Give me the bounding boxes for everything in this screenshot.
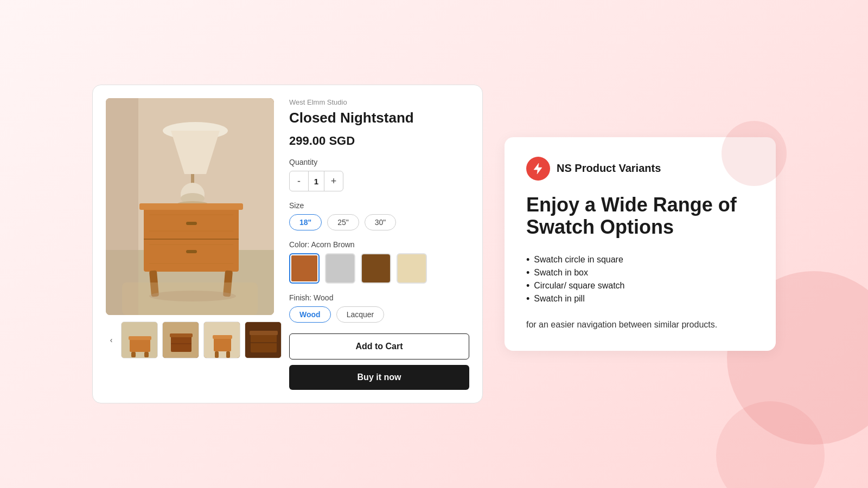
product-title: Closed Nightstand [289,110,469,126]
thumbnail-row: ‹ › [106,322,274,358]
svg-rect-26 [144,352,149,357]
panel-footer: for an easier navigation between similar… [526,318,754,331]
svg-rect-33 [213,335,232,339]
product-price: 299.00 SGD [289,134,469,148]
thumbnail-1[interactable] [121,322,158,358]
feature-item-4: Swatch in pill [526,292,754,305]
color-swatch-acorn-brown[interactable] [289,253,320,284]
quantity-decrease-button[interactable]: - [290,171,308,191]
color-swatch-dark-brown[interactable] [361,253,391,284]
svg-rect-35 [226,351,230,358]
feature-item-2: Swatch in box [526,266,754,279]
quantity-control: - 1 + [289,171,343,191]
panel-decoration [722,121,787,186]
thumbnail-list [121,322,282,358]
panel-brand-name: NS Product Variants [557,162,661,175]
feature-item-1: Swatch circle in square [526,253,754,266]
finish-option-wood[interactable]: Wood [289,306,331,323]
finish-options: Wood Lacquer [289,306,469,323]
size-option-18[interactable]: 18" [289,214,322,230]
svg-rect-34 [215,351,219,358]
feature-item-3: Circular/ square swatch [526,279,754,292]
size-option-30[interactable]: 30" [365,214,397,230]
svg-rect-29 [170,333,193,337]
svg-rect-32 [214,337,231,351]
svg-rect-11 [186,222,197,225]
finish-label: Finish: Wood [289,293,469,302]
color-swatch-cream[interactable] [397,253,427,284]
svg-rect-38 [250,331,278,335]
product-info: West Elmm Studio Closed Nightstand 299.0… [289,98,469,390]
product-main: ‹ › W [106,98,469,390]
color-section: Color: Acorn Brown [289,240,469,284]
thumbnail-3[interactable] [203,322,240,358]
quantity-value: 1 [308,171,324,191]
color-swatch-gray[interactable] [325,253,355,284]
buy-now-button[interactable]: Buy it now [289,365,469,390]
svg-rect-17 [139,203,243,210]
nightstand-illustration [106,98,274,315]
info-panel: NS Product Variants Enjoy a Wide Range o… [505,137,776,351]
main-product-image [106,98,274,315]
size-section: Size 18" 25" 30" [289,201,469,230]
svg-rect-25 [131,352,136,357]
feature-list: Swatch circle in square Swatch in box Ci… [526,253,754,305]
svg-rect-24 [129,336,151,340]
brand-icon [526,157,550,181]
thumbnail-4[interactable] [245,322,282,358]
product-images: ‹ › [106,98,274,390]
add-to-cart-button[interactable]: Add to Cart [289,333,469,359]
finish-option-lacquer[interactable]: Lacquer [336,306,385,323]
panel-brand-row: NS Product Variants [526,157,754,181]
prev-thumbnail-button[interactable]: ‹ [106,335,117,345]
finish-section: Finish: Wood Wood Lacquer [289,293,469,323]
size-option-25[interactable]: 25" [327,214,359,230]
svg-rect-12 [186,250,197,253]
quantity-label: Quantity [289,158,469,166]
svg-rect-21 [122,282,258,315]
svg-rect-23 [130,338,150,352]
brand-name: West Elmm Studio [289,98,469,106]
size-label: Size [289,201,469,210]
panel-heading: Enjoy a Wide Range of Swatch Options [526,194,754,239]
brand-logo-icon [532,162,545,175]
color-label: Color: Acorn Brown [289,240,469,249]
product-card: ‹ › W [92,85,483,403]
quantity-increase-button[interactable]: + [324,171,343,191]
thumbnail-2[interactable] [162,322,199,358]
size-options: 18" 25" 30" [289,214,469,230]
color-options [289,253,469,284]
